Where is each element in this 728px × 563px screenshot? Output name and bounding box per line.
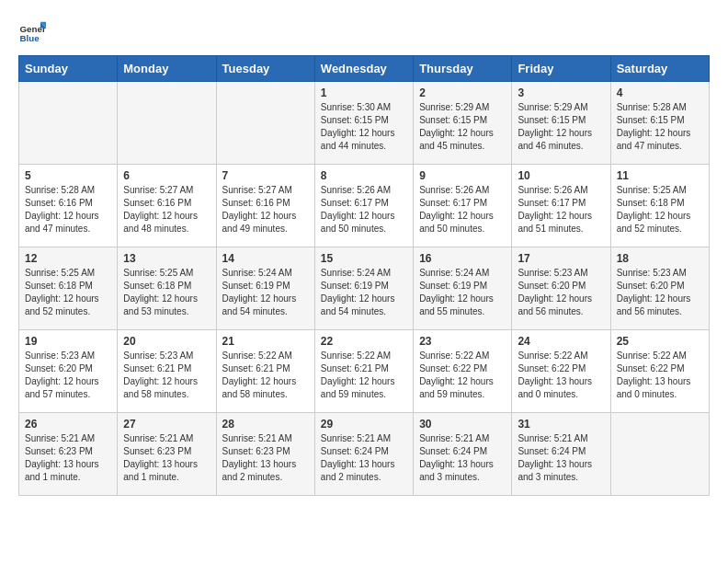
calendar-table: SundayMondayTuesdayWednesdayThursdayFrid…: [18, 55, 710, 496]
calendar-cell: 5Sunrise: 5:28 AM Sunset: 6:16 PM Daylig…: [19, 165, 118, 247]
calendar-week-row: 19Sunrise: 5:23 AM Sunset: 6:20 PM Dayli…: [19, 330, 710, 413]
day-info: Sunrise: 5:30 AM Sunset: 6:15 PM Dayligh…: [321, 101, 407, 153]
day-of-week-header: Monday: [118, 56, 216, 82]
logo-icon: General Blue: [18, 18, 46, 46]
day-info: Sunrise: 5:22 AM Sunset: 6:22 PM Dayligh…: [419, 350, 506, 401]
calendar-cell: 15Sunrise: 5:24 AM Sunset: 6:19 PM Dayli…: [314, 247, 413, 330]
day-info: Sunrise: 5:27 AM Sunset: 6:16 PM Dayligh…: [222, 184, 309, 236]
day-number: 29: [321, 418, 407, 431]
day-number: 9: [419, 169, 506, 182]
day-info: Sunrise: 5:29 AM Sunset: 6:15 PM Dayligh…: [419, 101, 506, 153]
calendar-cell: 7Sunrise: 5:27 AM Sunset: 6:16 PM Daylig…: [216, 165, 314, 247]
day-info: Sunrise: 5:27 AM Sunset: 6:16 PM Dayligh…: [123, 184, 210, 236]
day-info: Sunrise: 5:22 AM Sunset: 6:22 PM Dayligh…: [617, 350, 703, 401]
calendar-cell: 6Sunrise: 5:27 AM Sunset: 6:16 PM Daylig…: [118, 165, 216, 247]
calendar-cell: 27Sunrise: 5:21 AM Sunset: 6:23 PM Dayli…: [118, 413, 216, 496]
calendar-cell: 31Sunrise: 5:21 AM Sunset: 6:24 PM Dayli…: [512, 413, 610, 496]
day-number: 27: [123, 418, 210, 431]
calendar-cell: 2Sunrise: 5:29 AM Sunset: 6:15 PM Daylig…: [414, 82, 512, 165]
day-number: 5: [25, 169, 111, 182]
day-number: 28: [222, 418, 309, 431]
day-info: Sunrise: 5:28 AM Sunset: 6:16 PM Dayligh…: [25, 184, 111, 236]
day-info: Sunrise: 5:23 AM Sunset: 6:20 PM Dayligh…: [25, 350, 111, 401]
calendar-cell: 18Sunrise: 5:23 AM Sunset: 6:20 PM Dayli…: [610, 247, 709, 330]
calendar-cell: 25Sunrise: 5:22 AM Sunset: 6:22 PM Dayli…: [610, 330, 709, 413]
day-number: 15: [321, 252, 407, 265]
day-number: 2: [419, 86, 506, 99]
calendar-cell: [610, 413, 709, 496]
day-info: Sunrise: 5:24 AM Sunset: 6:19 PM Dayligh…: [321, 267, 407, 318]
day-of-week-header: Tuesday: [216, 56, 314, 82]
day-info: Sunrise: 5:24 AM Sunset: 6:19 PM Dayligh…: [222, 267, 309, 318]
calendar-cell: 12Sunrise: 5:25 AM Sunset: 6:18 PM Dayli…: [19, 247, 118, 330]
day-info: Sunrise: 5:29 AM Sunset: 6:15 PM Dayligh…: [518, 101, 604, 153]
day-number: 21: [222, 335, 309, 348]
day-info: Sunrise: 5:25 AM Sunset: 6:18 PM Dayligh…: [25, 267, 111, 318]
day-info: Sunrise: 5:21 AM Sunset: 6:24 PM Dayligh…: [518, 432, 604, 484]
day-number: 26: [25, 418, 111, 431]
day-number: 31: [518, 418, 604, 431]
day-info: Sunrise: 5:21 AM Sunset: 6:24 PM Dayligh…: [321, 432, 407, 484]
day-number: 8: [321, 169, 407, 182]
day-of-week-header: Sunday: [19, 56, 118, 82]
day-number: 23: [419, 335, 506, 348]
day-number: 20: [123, 335, 210, 348]
day-info: Sunrise: 5:22 AM Sunset: 6:21 PM Dayligh…: [321, 350, 407, 401]
calendar-cell: 23Sunrise: 5:22 AM Sunset: 6:22 PM Dayli…: [414, 330, 512, 413]
day-of-week-header: Friday: [512, 56, 610, 82]
day-info: Sunrise: 5:25 AM Sunset: 6:18 PM Dayligh…: [617, 184, 703, 236]
calendar-cell: [216, 82, 314, 165]
calendar-cell: 10Sunrise: 5:26 AM Sunset: 6:17 PM Dayli…: [512, 165, 610, 247]
svg-text:Blue: Blue: [20, 33, 40, 43]
calendar-cell: 22Sunrise: 5:22 AM Sunset: 6:21 PM Dayli…: [314, 330, 413, 413]
day-info: Sunrise: 5:24 AM Sunset: 6:19 PM Dayligh…: [419, 267, 506, 318]
day-number: 7: [222, 169, 309, 182]
day-number: 14: [222, 252, 309, 265]
day-number: 24: [518, 335, 604, 348]
calendar-cell: 9Sunrise: 5:26 AM Sunset: 6:17 PM Daylig…: [414, 165, 512, 247]
calendar-cell: 30Sunrise: 5:21 AM Sunset: 6:24 PM Dayli…: [414, 413, 512, 496]
day-info: Sunrise: 5:25 AM Sunset: 6:18 PM Dayligh…: [123, 267, 210, 318]
calendar-cell: [19, 82, 118, 165]
calendar-cell: [118, 82, 216, 165]
calendar-week-row: 26Sunrise: 5:21 AM Sunset: 6:23 PM Dayli…: [19, 413, 710, 496]
calendar-cell: 20Sunrise: 5:23 AM Sunset: 6:21 PM Dayli…: [118, 330, 216, 413]
logo: General Blue: [18, 18, 46, 46]
day-of-week-header: Thursday: [414, 56, 512, 82]
day-info: Sunrise: 5:21 AM Sunset: 6:24 PM Dayligh…: [419, 432, 506, 484]
calendar-week-row: 5Sunrise: 5:28 AM Sunset: 6:16 PM Daylig…: [19, 165, 710, 247]
day-of-week-header: Saturday: [610, 56, 709, 82]
day-info: Sunrise: 5:26 AM Sunset: 6:17 PM Dayligh…: [419, 184, 506, 236]
day-number: 22: [321, 335, 407, 348]
calendar-cell: 1Sunrise: 5:30 AM Sunset: 6:15 PM Daylig…: [314, 82, 413, 165]
calendar-cell: 14Sunrise: 5:24 AM Sunset: 6:19 PM Dayli…: [216, 247, 314, 330]
day-info: Sunrise: 5:23 AM Sunset: 6:20 PM Dayligh…: [617, 267, 703, 318]
day-number: 11: [617, 169, 703, 182]
day-number: 16: [419, 252, 506, 265]
day-number: 1: [321, 86, 407, 99]
calendar-cell: 28Sunrise: 5:21 AM Sunset: 6:23 PM Dayli…: [216, 413, 314, 496]
calendar-cell: 13Sunrise: 5:25 AM Sunset: 6:18 PM Dayli…: [118, 247, 216, 330]
day-info: Sunrise: 5:26 AM Sunset: 6:17 PM Dayligh…: [321, 184, 407, 236]
day-number: 30: [419, 418, 506, 431]
calendar-cell: 19Sunrise: 5:23 AM Sunset: 6:20 PM Dayli…: [19, 330, 118, 413]
calendar-cell: 17Sunrise: 5:23 AM Sunset: 6:20 PM Dayli…: [512, 247, 610, 330]
day-info: Sunrise: 5:21 AM Sunset: 6:23 PM Dayligh…: [25, 432, 111, 484]
day-number: 17: [518, 252, 604, 265]
calendar-cell: 11Sunrise: 5:25 AM Sunset: 6:18 PM Dayli…: [610, 165, 709, 247]
day-number: 6: [123, 169, 210, 182]
calendar-cell: 8Sunrise: 5:26 AM Sunset: 6:17 PM Daylig…: [314, 165, 413, 247]
day-number: 13: [123, 252, 210, 265]
calendar-cell: 29Sunrise: 5:21 AM Sunset: 6:24 PM Dayli…: [314, 413, 413, 496]
day-of-week-header: Wednesday: [314, 56, 413, 82]
day-info: Sunrise: 5:21 AM Sunset: 6:23 PM Dayligh…: [123, 432, 210, 484]
day-info: Sunrise: 5:22 AM Sunset: 6:22 PM Dayligh…: [518, 350, 604, 401]
day-info: Sunrise: 5:23 AM Sunset: 6:21 PM Dayligh…: [123, 350, 210, 401]
calendar-cell: 24Sunrise: 5:22 AM Sunset: 6:22 PM Dayli…: [512, 330, 610, 413]
day-number: 19: [25, 335, 111, 348]
day-info: Sunrise: 5:28 AM Sunset: 6:15 PM Dayligh…: [617, 101, 703, 153]
calendar-cell: 26Sunrise: 5:21 AM Sunset: 6:23 PM Dayli…: [19, 413, 118, 496]
calendar-week-row: 1Sunrise: 5:30 AM Sunset: 6:15 PM Daylig…: [19, 82, 710, 165]
calendar-cell: 16Sunrise: 5:24 AM Sunset: 6:19 PM Dayli…: [414, 247, 512, 330]
day-info: Sunrise: 5:26 AM Sunset: 6:17 PM Dayligh…: [518, 184, 604, 236]
